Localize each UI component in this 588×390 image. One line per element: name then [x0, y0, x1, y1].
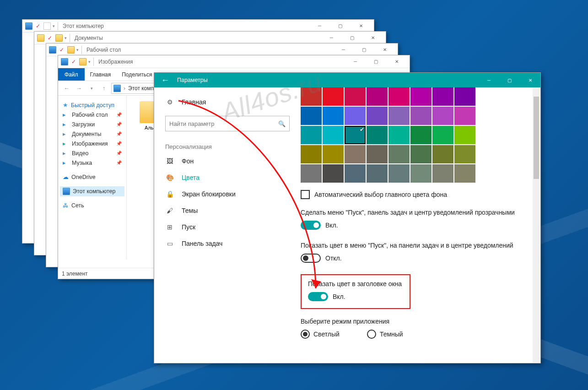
- show-color-titlebar-toggle[interactable]: [308, 292, 328, 301]
- nav-item-темы[interactable]: 🖌Темы: [160, 202, 295, 219]
- color-swatch[interactable]: [345, 126, 366, 144]
- color-swatch[interactable]: [367, 87, 388, 106]
- up-button[interactable]: ↑: [99, 83, 109, 93]
- color-swatch[interactable]: [301, 87, 322, 106]
- tab-home[interactable]: Главная: [85, 71, 117, 78]
- color-swatch[interactable]: [410, 164, 432, 183]
- pin-icon[interactable]: 📌: [116, 151, 122, 156]
- qat-dropdown-icon[interactable]: [43, 22, 51, 30]
- qat-chevron-icon[interactable]: ▾: [53, 24, 55, 28]
- color-swatch[interactable]: [301, 107, 322, 125]
- pin-icon[interactable]: 📌: [116, 141, 122, 146]
- close-button[interactable]: ✕: [386, 55, 407, 68]
- color-swatch[interactable]: [454, 145, 475, 163]
- favorite-icon[interactable]: ✓: [46, 34, 54, 42]
- color-swatch[interactable]: [454, 87, 475, 106]
- close-button[interactable]: ✕: [351, 20, 371, 32]
- color-swatch[interactable]: [388, 107, 410, 125]
- color-swatch[interactable]: [345, 107, 366, 125]
- color-swatch[interactable]: [345, 164, 366, 183]
- sidebar-item[interactable]: ▸Видео📌: [60, 148, 124, 158]
- radio-light[interactable]: Светлый: [301, 330, 340, 339]
- color-swatch[interactable]: [367, 107, 388, 125]
- color-swatch[interactable]: [454, 126, 475, 144]
- auto-color-checkbox[interactable]: [301, 190, 310, 199]
- favorite-icon[interactable]: ✓: [34, 22, 42, 30]
- back-button[interactable]: ←: [154, 73, 176, 87]
- color-swatch[interactable]: [301, 145, 322, 163]
- minimize-button[interactable]: ─: [345, 55, 366, 68]
- color-swatch[interactable]: [432, 145, 453, 163]
- maximize-button[interactable]: ▢: [342, 32, 362, 44]
- nav-item-панель задач[interactable]: ▭Панель задач: [160, 235, 295, 252]
- show-color-start-toggle[interactable]: [301, 254, 321, 263]
- color-swatch[interactable]: [454, 107, 475, 125]
- qat-chevron-icon[interactable]: ▾: [88, 60, 91, 64]
- sidebar-network[interactable]: 🖧 Сеть: [60, 201, 124, 210]
- sidebar-item[interactable]: ▸Изображения📌: [60, 139, 124, 148]
- file-tab[interactable]: Файл: [58, 68, 85, 81]
- scrollbar[interactable]: [533, 87, 540, 363]
- favorite-icon[interactable]: ✓: [58, 46, 65, 54]
- qat-chevron-icon[interactable]: ▾: [65, 36, 67, 40]
- color-swatch[interactable]: [345, 145, 366, 163]
- sidebar-this-pc[interactable]: Этот компьютер: [60, 186, 124, 196]
- close-button[interactable]: ✕: [520, 74, 540, 87]
- sidebar-item[interactable]: ▸Загрузки📌: [60, 119, 124, 129]
- color-swatch[interactable]: [323, 107, 344, 125]
- nav-item-экран блокировки[interactable]: 🔒Экран блокировки: [160, 186, 295, 202]
- pin-icon[interactable]: 📌: [116, 160, 122, 165]
- color-swatch[interactable]: [410, 145, 432, 163]
- minimize-button[interactable]: ─: [321, 32, 342, 44]
- history-chevron-icon[interactable]: ▾: [86, 83, 97, 93]
- color-swatch[interactable]: [432, 126, 453, 144]
- sidebar-item[interactable]: ▸Музыка📌: [60, 158, 124, 168]
- minimize-button[interactable]: ─: [479, 74, 499, 87]
- color-swatch[interactable]: [432, 164, 453, 183]
- color-swatch[interactable]: [388, 145, 410, 163]
- color-swatch[interactable]: [367, 145, 388, 163]
- sidebar-item[interactable]: ▸Рабочий стол📌: [60, 110, 124, 119]
- color-swatch[interactable]: [367, 164, 388, 183]
- transparency-toggle[interactable]: [301, 221, 321, 230]
- radio-dark[interactable]: Темный: [367, 330, 403, 339]
- maximize-button[interactable]: ▢: [366, 55, 386, 68]
- color-swatch[interactable]: [454, 164, 475, 183]
- close-button[interactable]: ✕: [374, 43, 395, 56]
- qat-chevron-icon[interactable]: ▾: [76, 48, 79, 52]
- color-swatch[interactable]: [323, 87, 344, 106]
- pin-icon[interactable]: 📌: [116, 122, 122, 127]
- color-swatch[interactable]: [410, 87, 432, 106]
- color-swatch[interactable]: [388, 126, 410, 144]
- minimize-button[interactable]: ─: [333, 43, 354, 56]
- pin-icon[interactable]: 📌: [116, 112, 122, 117]
- nav-item-цвета[interactable]: 🎨Цвета: [160, 169, 295, 186]
- breadcrumb[interactable]: Этот компь: [128, 85, 156, 92]
- sidebar-quick-access[interactable]: ★ Быстрый доступ: [60, 100, 124, 110]
- maximize-button[interactable]: ▢: [354, 43, 374, 56]
- color-swatch[interactable]: [410, 126, 432, 144]
- color-swatch[interactable]: [323, 126, 344, 144]
- color-swatch[interactable]: [323, 145, 344, 163]
- color-swatch[interactable]: [410, 107, 432, 125]
- color-swatch[interactable]: [301, 126, 322, 144]
- sidebar-onedrive[interactable]: ☁ OneDrive: [60, 172, 124, 182]
- color-swatch[interactable]: [345, 87, 366, 106]
- back-button[interactable]: ←: [62, 83, 72, 93]
- color-swatch[interactable]: [367, 126, 388, 144]
- sidebar-item[interactable]: ▸Документы📌: [60, 129, 124, 139]
- tab-share[interactable]: Поделиться: [116, 71, 157, 78]
- pin-icon[interactable]: 📌: [116, 131, 122, 136]
- nav-item-фон[interactable]: 🖼Фон: [160, 153, 295, 169]
- nav-item-пуск[interactable]: ⊞Пуск: [160, 219, 295, 235]
- color-swatch[interactable]: [388, 87, 410, 106]
- forward-button[interactable]: →: [74, 83, 84, 93]
- color-swatch[interactable]: [323, 164, 344, 183]
- maximize-button[interactable]: ▢: [330, 20, 351, 32]
- color-swatch[interactable]: [432, 107, 453, 125]
- maximize-button[interactable]: ▢: [499, 74, 520, 87]
- color-swatch[interactable]: [388, 164, 410, 183]
- close-button[interactable]: ✕: [362, 32, 383, 44]
- nav-home[interactable]: ⚙ Главная: [160, 94, 295, 110]
- color-swatch[interactable]: [301, 164, 322, 183]
